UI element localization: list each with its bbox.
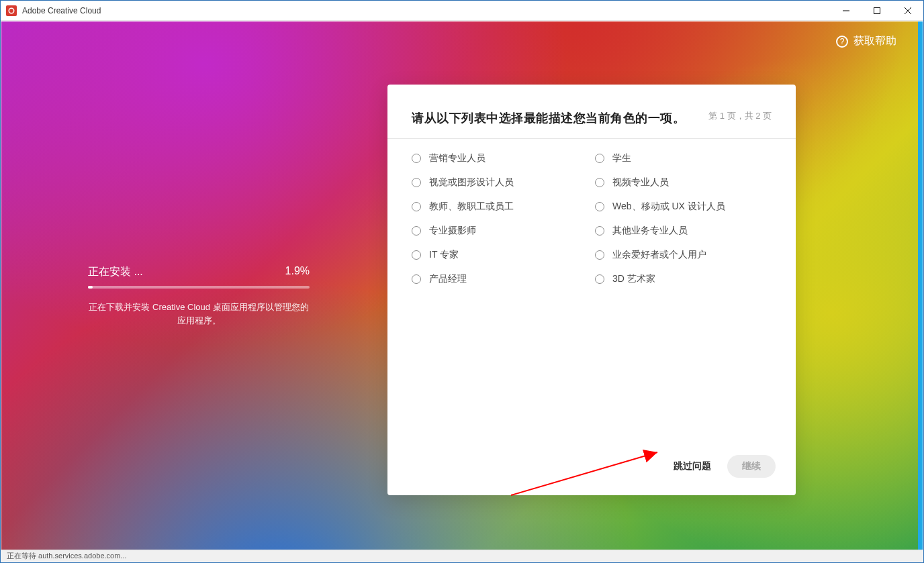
role-option-teacher[interactable]: 教师、教职工或员工 [412, 201, 588, 213]
role-option-student[interactable]: 学生 [595, 152, 772, 164]
role-option-video[interactable]: 视频专业人员 [595, 176, 772, 189]
app-window: Adobe Creative Cloud ? 获取帮助 正在安装 ... 1.9… [0, 0, 924, 563]
install-progress-bar [88, 286, 310, 289]
radio-icon [595, 226, 604, 236]
role-option-it[interactable]: IT 专家 [412, 249, 588, 261]
svg-rect-1 [874, 7, 880, 13]
adobe-cc-icon [6, 5, 17, 16]
install-percent: 1.9% [285, 265, 310, 279]
role-option-visual-design[interactable]: 视觉或图形设计人员 [412, 176, 588, 189]
titlebar: Adobe Creative Cloud [1, 1, 923, 21]
help-icon: ? [836, 36, 848, 48]
radio-icon [412, 202, 421, 211]
role-options: 营销专业人员 学生 视觉或图形设计人员 视频专业人员 教师、教职工或员工 Web… [387, 139, 796, 285]
window-controls [831, 1, 923, 21]
card-footer: 跳过问题 继续 [387, 442, 796, 495]
radio-icon [595, 202, 604, 211]
radio-icon [412, 250, 421, 260]
right-accent-strip [918, 21, 923, 550]
install-progress-fill [88, 286, 93, 289]
help-label: 获取帮助 [853, 34, 896, 48]
radio-icon [412, 178, 421, 187]
radio-icon [412, 154, 421, 163]
install-title: 正在安装 ... [88, 265, 143, 279]
role-option-other-business[interactable]: 其他业务专业人员 [595, 225, 772, 237]
svg-point-0 [9, 8, 14, 13]
card-page-indicator: 第 1 页，共 2 页 [708, 110, 772, 122]
radio-icon [595, 154, 604, 163]
radio-icon [595, 274, 604, 284]
close-button[interactable] [892, 1, 923, 21]
role-option-web-ux[interactable]: Web、移动或 UX 设计人员 [595, 201, 772, 213]
card-header: 请从以下列表中选择最能描述您当前角色的一项。 第 1 页，共 2 页 [387, 85, 796, 139]
role-option-3d-artist[interactable]: 3D 艺术家 [595, 273, 772, 285]
role-option-hobbyist[interactable]: 业余爱好者或个人用户 [595, 249, 772, 261]
role-survey-card: 请从以下列表中选择最能描述您当前角色的一项。 第 1 页，共 2 页 营销专业人… [387, 85, 796, 495]
get-help-link[interactable]: ? 获取帮助 [836, 34, 896, 48]
role-option-product-manager[interactable]: 产品经理 [412, 273, 588, 285]
install-progress-panel: 正在安装 ... 1.9% 正在下载并安装 Creative Cloud 桌面应… [88, 265, 310, 327]
status-bar: 正在等待 auth.services.adobe.com... [1, 550, 923, 562]
radio-icon [412, 274, 421, 284]
role-option-marketing[interactable]: 营销专业人员 [412, 152, 588, 164]
role-option-photographer[interactable]: 专业摄影师 [412, 225, 588, 237]
skip-question-link[interactable]: 跳过问题 [674, 460, 711, 472]
radio-icon [412, 226, 421, 236]
minimize-button[interactable] [831, 1, 862, 21]
status-text: 正在等待 auth.services.adobe.com... [7, 551, 127, 561]
card-title: 请从以下列表中选择最能描述您当前角色的一项。 [412, 110, 685, 126]
continue-button[interactable]: 继续 [727, 455, 776, 478]
radio-icon [595, 178, 604, 187]
install-description: 正在下载并安装 Creative Cloud 桌面应用程序以管理您的 应用程序。 [88, 301, 310, 327]
maximize-button[interactable] [862, 1, 892, 21]
window-title: Adobe Creative Cloud [22, 6, 101, 15]
radio-icon [595, 250, 604, 260]
